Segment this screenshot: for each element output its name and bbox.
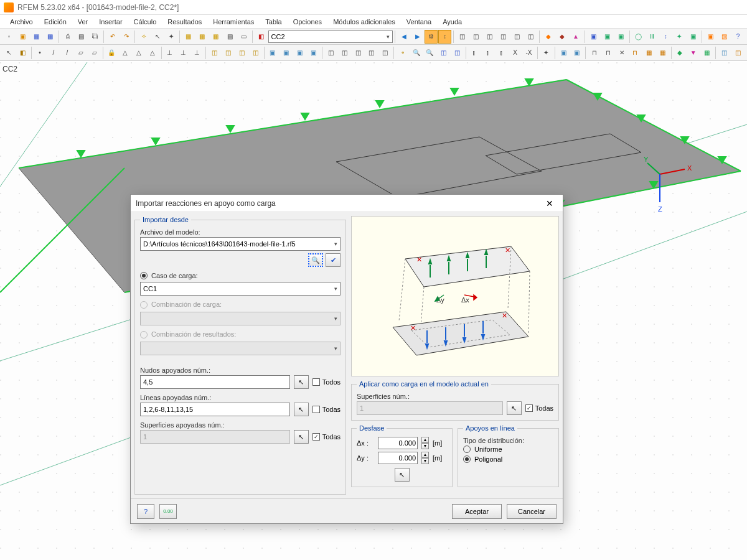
print-icon[interactable]: ⎙ <box>61 30 74 44</box>
r2-d3-icon[interactable]: ✕ <box>615 46 628 60</box>
v2-icon[interactable]: ▣ <box>601 30 614 44</box>
menu-opciones[interactable]: Opciones <box>288 17 327 27</box>
menu-ver[interactable]: Ver <box>73 17 93 27</box>
r2-c1-icon[interactable]: ▣ <box>557 46 570 60</box>
undo-icon[interactable]: ↶ <box>106 30 119 44</box>
aplicar-todas-check[interactable]: ✓ Todas <box>525 404 553 412</box>
report-icon[interactable]: ▤ <box>223 30 237 44</box>
r2-s3-icon[interactable]: ▣ <box>293 46 306 60</box>
r2-h1-icon[interactable]: ⊥ <box>163 46 176 60</box>
v3-icon[interactable]: ▣ <box>614 30 627 44</box>
dy-up-icon[interactable]: ▲ <box>421 452 429 458</box>
dx-input[interactable] <box>378 437 418 449</box>
r2-e3-icon[interactable]: ▦ <box>700 46 713 60</box>
menu-modulos[interactable]: Módulos adicionales <box>328 17 400 27</box>
radio-caso-carga[interactable]: Caso de carga: <box>140 272 341 279</box>
r2-l1-icon[interactable]: ◫ <box>208 46 221 60</box>
mod1-icon[interactable]: ◫ <box>456 30 469 44</box>
pick-sup-button[interactable]: ↖ <box>294 430 309 444</box>
r2-surf-icon[interactable]: ▱ <box>74 46 87 60</box>
highlight-icon[interactable]: ⚙ <box>425 30 438 44</box>
help-button[interactable]: ? <box>137 504 154 519</box>
load-case-select[interactable]: CC2 ▾ <box>268 30 393 43</box>
a1-icon[interactable]: ◆ <box>542 30 555 44</box>
r2-z2-icon[interactable]: 🔍 <box>410 46 423 60</box>
r2-s4-icon[interactable]: ▣ <box>307 46 320 60</box>
r2-d2-icon[interactable]: ⊓ <box>601 46 614 60</box>
mod5-icon[interactable]: ◫ <box>510 30 524 44</box>
pointer-icon[interactable]: ✦ <box>164 30 177 44</box>
r2-open-icon[interactable]: ▱ <box>88 46 101 60</box>
r2-f2-icon[interactable]: ◫ <box>731 46 745 60</box>
nudos-input[interactable]: 4,5 <box>140 375 290 389</box>
menu-ayuda[interactable]: Ayuda <box>438 17 467 27</box>
cancelar-button[interactable]: Cancelar <box>507 504 557 519</box>
r2-v5-icon[interactable]: -X <box>522 46 535 60</box>
highlight2-icon[interactable]: ↕ <box>438 30 451 44</box>
menu-edicion[interactable]: Edición <box>39 17 72 27</box>
r2-node-icon[interactable]: • <box>34 46 47 60</box>
r2-d6-icon[interactable]: ▦ <box>656 46 669 60</box>
calc-icon[interactable]: ▦ <box>209 30 222 44</box>
cursor-icon[interactable]: ↖ <box>151 30 164 44</box>
radio-comb-res[interactable]: Combinación de resultados: <box>140 330 341 339</box>
r2-l2-icon[interactable]: ◫ <box>222 46 235 60</box>
r2-v1-icon[interactable]: ⫿ <box>468 46 481 60</box>
radio-comb-carga[interactable]: Combinación de carga: <box>140 301 341 309</box>
r2-sup2-icon[interactable]: △ <box>133 46 146 60</box>
confirm-file-button[interactable]: ✔ <box>326 253 341 267</box>
pick-lineas-button[interactable]: ↖ <box>294 403 309 416</box>
new-icon[interactable]: ▫ <box>2 30 16 44</box>
r2-f1-icon[interactable]: ◫ <box>718 46 731 60</box>
r2-v4-icon[interactable]: X <box>509 46 522 60</box>
r2-fix-icon[interactable]: 🔒 <box>105 46 118 60</box>
r2-l4-icon[interactable]: ◫ <box>249 46 262 60</box>
plot-icon[interactable]: ▤ <box>75 30 88 44</box>
window-icon[interactable]: ▭ <box>237 30 250 44</box>
r2-z4-icon[interactable]: ◫ <box>437 46 450 60</box>
a2-icon[interactable]: ◆ <box>555 30 568 44</box>
w4-icon[interactable]: ✦ <box>673 30 686 44</box>
mod2-icon[interactable]: ◫ <box>469 30 482 44</box>
r2-s2-icon[interactable]: ▣ <box>280 46 293 60</box>
menu-tabla[interactable]: Tabla <box>260 17 286 27</box>
r2-z1-icon[interactable]: ⚬ <box>396 46 409 60</box>
grid-icon[interactable]: ▦ <box>195 30 209 44</box>
saveall-icon[interactable]: ▦ <box>44 30 57 44</box>
menu-ventana[interactable]: Ventana <box>402 17 436 27</box>
sup-todas-check[interactable]: ✓ Todas <box>312 433 341 441</box>
redo-icon[interactable]: ↷ <box>120 30 133 44</box>
dy-input[interactable] <box>378 452 418 464</box>
r2-g1-icon[interactable]: ✦ <box>540 46 553 60</box>
radio-poligonal[interactable]: Poligonal <box>463 455 553 463</box>
r2-line-icon[interactable]: / <box>47 46 60 60</box>
archivo-combo[interactable]: D:\Artículos técnicos\1643\001643-model-… <box>140 237 341 251</box>
menu-resultados[interactable]: Resultados <box>162 17 207 27</box>
mod4-icon[interactable]: ◫ <box>497 30 510 44</box>
r2-z3-icon[interactable]: 🔍 <box>423 46 436 60</box>
x2-icon[interactable]: ▨ <box>718 30 731 44</box>
r2-sup3-icon[interactable]: △ <box>146 46 159 60</box>
close-icon[interactable]: ✕ <box>542 197 558 210</box>
r2-color-icon[interactable]: ◧ <box>16 46 29 60</box>
r2-z5-icon[interactable]: ◫ <box>451 46 464 60</box>
w3-icon[interactable]: ↕ <box>659 30 672 44</box>
mod6-icon[interactable]: ◫ <box>524 30 537 44</box>
r2-e1-icon[interactable]: ◆ <box>674 46 687 60</box>
nudos-todos-check[interactable]: Todos <box>312 378 341 386</box>
r2-m4-icon[interactable]: ◫ <box>365 46 378 60</box>
menu-archivo[interactable]: Archivo <box>5 17 38 27</box>
r2-m3-icon[interactable]: ◫ <box>352 46 365 60</box>
table-icon[interactable]: ▦ <box>182 30 195 44</box>
pick-nudos-button[interactable]: ↖ <box>294 375 309 389</box>
r2-h3-icon[interactable]: ⊥ <box>190 46 204 60</box>
caso-combo[interactable]: CC1 ▾ <box>140 282 341 296</box>
dy-down-icon[interactable]: ▼ <box>421 458 429 464</box>
load-combo-icon[interactable]: ◧ <box>255 30 268 44</box>
r2-v2-icon[interactable]: ⫿ <box>481 46 494 60</box>
r2-m1-icon[interactable]: ◫ <box>324 46 337 60</box>
radio-uniforme[interactable]: Uniforme <box>463 446 553 453</box>
r2-sup1-icon[interactable]: △ <box>119 46 132 60</box>
pick-desfase-button[interactable]: ↖ <box>395 468 410 482</box>
open-icon[interactable]: ▣ <box>16 30 29 44</box>
